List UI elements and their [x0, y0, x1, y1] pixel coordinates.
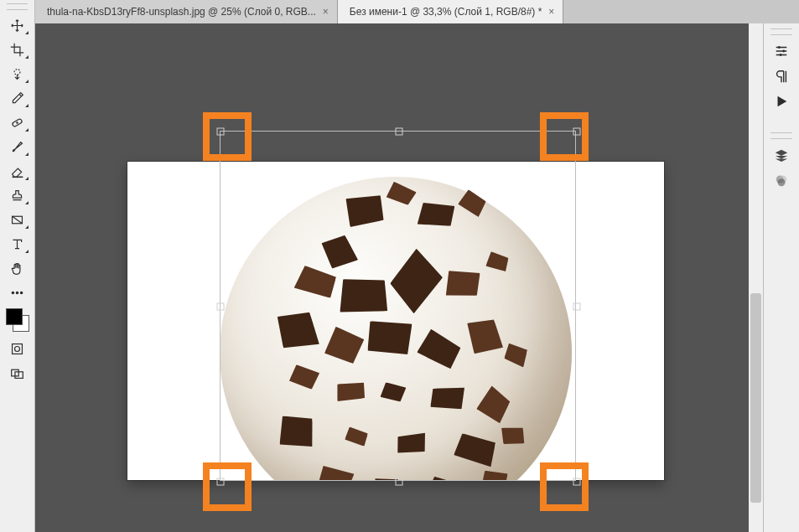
color-swatches[interactable] — [6, 308, 29, 332]
svg-point-13 — [780, 54, 782, 56]
submenu-indicator-icon — [25, 225, 29, 229]
scrollbar-thumb[interactable] — [750, 293, 761, 503]
panel-adjustments-icon[interactable] — [769, 40, 794, 62]
svg-point-4 — [12, 292, 13, 293]
svg-point-11 — [778, 46, 781, 49]
svg-point-12 — [782, 50, 785, 53]
panel-grip[interactable] — [7, 3, 28, 10]
submenu-indicator-icon — [25, 128, 29, 132]
panel-grip[interactable] — [770, 132, 792, 139]
panel-grip[interactable] — [770, 28, 792, 35]
document-tab[interactable]: thula-na-KbsD13ryFf8-unsplash.jpg @ 25% … — [35, 0, 338, 23]
svg-point-16 — [778, 178, 786, 186]
gradient-tool[interactable] — [5, 209, 30, 230]
vertical-scrollbar[interactable] — [749, 23, 763, 512]
submenu-indicator-icon — [25, 31, 29, 34]
submenu-indicator-icon — [25, 250, 29, 253]
transform-handle[interactable] — [395, 128, 402, 136]
screen-mode-toggle[interactable] — [5, 363, 30, 384]
svg-point-8 — [15, 347, 20, 352]
transform-handle[interactable] — [395, 478, 402, 486]
spot-healing-tool[interactable] — [5, 112, 30, 133]
quick-mask-toggle[interactable] — [5, 338, 30, 359]
document-tab[interactable]: Без имени-1 @ 33,3% (Слой 1, RGB/8#) * × — [338, 0, 564, 23]
panel-actions-icon[interactable] — [769, 90, 794, 112]
move-tool[interactable] — [5, 15, 30, 36]
svg-point-0 — [14, 70, 20, 75]
eraser-tool[interactable] — [5, 161, 30, 182]
panel-channels-icon[interactable] — [769, 169, 794, 191]
brush-tool[interactable] — [5, 137, 30, 158]
annotation-highlight — [540, 112, 589, 161]
submenu-indicator-icon — [25, 80, 29, 83]
panel-paragraph-icon[interactable] — [769, 65, 794, 87]
tool-column — [0, 0, 35, 532]
svg-rect-7 — [13, 344, 23, 354]
annotation-highlight — [203, 112, 252, 161]
hand-tool[interactable] — [5, 258, 30, 279]
type-tool[interactable] — [5, 234, 30, 255]
svg-point-5 — [16, 292, 18, 293]
submenu-indicator-icon — [25, 55, 29, 59]
document-tab-label: Без имени-1 @ 33,3% (Слой 1, RGB/8#) * — [350, 6, 542, 18]
free-transform-bounding-box[interactable] — [220, 131, 576, 481]
close-icon[interactable]: × — [548, 6, 554, 18]
clone-stamp-tool[interactable] — [5, 185, 30, 206]
submenu-indicator-icon — [25, 201, 29, 204]
quick-selection-tool[interactable] — [5, 64, 30, 85]
eyedropper-tool[interactable] — [5, 88, 30, 109]
svg-point-6 — [20, 292, 22, 293]
foreground-color-swatch[interactable] — [6, 308, 23, 325]
close-icon[interactable]: × — [323, 6, 329, 18]
annotation-highlight — [540, 462, 589, 511]
document-tab-label: thula-na-KbsD13ryFf8-unsplash.jpg @ 25% … — [47, 6, 316, 18]
transform-handle[interactable] — [573, 303, 581, 311]
crop-tool[interactable] — [5, 39, 30, 60]
right-panel-column — [763, 23, 799, 532]
submenu-indicator-icon — [25, 104, 29, 107]
document-tabstrip: thula-na-KbsD13ryFf8-unsplash.jpg @ 25% … — [35, 0, 799, 24]
submenu-indicator-icon — [25, 177, 29, 180]
annotation-highlight — [203, 462, 252, 511]
more-tools[interactable] — [5, 282, 30, 303]
svg-point-2 — [17, 122, 18, 123]
document-work-area — [35, 23, 763, 532]
submenu-indicator-icon — [25, 152, 29, 156]
transform-handle[interactable] — [217, 303, 225, 311]
panel-layers-icon[interactable] — [769, 144, 794, 166]
scrollbar-corner — [749, 512, 763, 532]
